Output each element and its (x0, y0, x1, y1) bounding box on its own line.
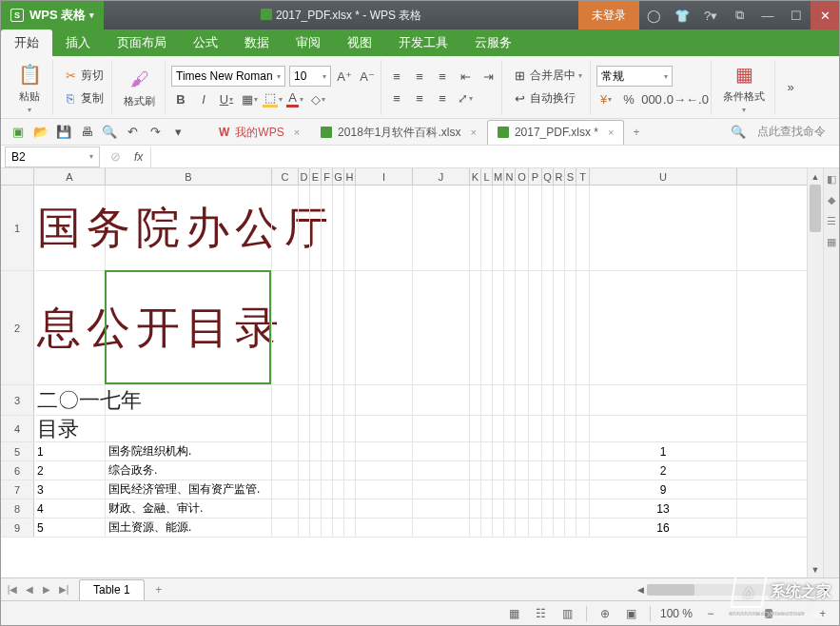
search-icon[interactable]: 🔍 (727, 121, 750, 144)
cell[interactable] (310, 499, 322, 518)
cell[interactable] (576, 499, 590, 518)
qat-more-icon[interactable]: ▾ (166, 121, 189, 144)
cell[interactable] (529, 499, 542, 518)
cell[interactable] (516, 442, 529, 460)
cell[interactable] (299, 480, 310, 499)
cell[interactable] (576, 480, 590, 499)
cell[interactable] (504, 186, 516, 270)
restore-icon[interactable]: ⧉ (725, 1, 753, 29)
cell[interactable]: 息公开目录 (34, 271, 106, 384)
reading-mode-icon[interactable]: ⊕ (596, 605, 614, 622)
row-header[interactable]: 1 (1, 186, 34, 270)
col-header[interactable]: R (554, 168, 565, 185)
cell[interactable]: 国务院组织机构. (106, 442, 272, 460)
cell[interactable] (554, 186, 565, 270)
fx-cancel-icon[interactable]: ⊘ (104, 146, 127, 168)
cell[interactable] (504, 271, 516, 384)
font-size-select[interactable]: 10▾ (289, 66, 331, 87)
cell[interactable]: 2 (590, 461, 737, 479)
view-break-icon[interactable]: ▥ (559, 605, 576, 622)
cell[interactable] (322, 499, 333, 518)
cell[interactable] (493, 186, 504, 270)
increase-decimal-icon[interactable]: .0→ (665, 89, 684, 108)
doc-tab[interactable]: W我的WPS× (208, 120, 310, 145)
cell[interactable] (344, 385, 356, 415)
cell[interactable] (542, 186, 554, 270)
cell[interactable] (516, 518, 529, 537)
align-middle-icon[interactable]: ≡ (410, 67, 429, 86)
cell[interactable] (272, 385, 299, 415)
cell[interactable] (299, 518, 310, 537)
underline-button[interactable]: U▾ (217, 89, 236, 108)
indent-right-icon[interactable]: ⇥ (479, 67, 498, 86)
cell[interactable] (516, 186, 529, 270)
cell[interactable] (310, 385, 322, 415)
cell[interactable] (333, 442, 344, 460)
cell[interactable] (542, 271, 554, 384)
cell[interactable] (272, 461, 299, 479)
cell[interactable] (576, 385, 590, 415)
cell[interactable] (504, 385, 516, 415)
cell[interactable] (470, 499, 481, 518)
row-header[interactable]: 6 (1, 461, 34, 479)
cell[interactable] (272, 518, 299, 537)
cell[interactable] (344, 442, 356, 460)
cell[interactable] (344, 271, 356, 384)
fill-color-button[interactable]: ⬚▾ (263, 89, 282, 108)
merge-button[interactable]: ⊞合并居中▾ (508, 66, 586, 86)
cell[interactable] (504, 499, 516, 518)
cell[interactable] (493, 416, 504, 441)
cell[interactable] (565, 518, 576, 537)
cell[interactable] (516, 271, 529, 384)
cell[interactable]: 4 (34, 499, 106, 518)
cell[interactable] (299, 271, 310, 384)
font-select[interactable]: Times New Roman▾ (171, 66, 285, 87)
col-header[interactable]: C (272, 168, 299, 185)
cell[interactable] (413, 416, 470, 441)
col-header[interactable]: J (413, 168, 470, 185)
undo-icon[interactable]: ↶ (121, 121, 144, 144)
cell[interactable] (272, 480, 299, 499)
cell[interactable] (504, 416, 516, 441)
skin-icon[interactable]: ◯ (639, 1, 668, 29)
border-button[interactable]: ▦▾ (240, 89, 259, 108)
add-sheet-button[interactable]: + (150, 583, 167, 597)
cell[interactable] (356, 518, 413, 537)
cell[interactable] (356, 271, 413, 384)
new-icon[interactable]: ▣ (7, 121, 29, 144)
grid[interactable]: ABCDEFGHIJKLMNOPQRSTU 1国务院办公厅2息公开目录3二〇一七… (1, 168, 807, 577)
cell[interactable] (529, 518, 542, 537)
cell[interactable] (493, 385, 504, 415)
sidebar-tool-2-icon[interactable]: ◆ (825, 193, 838, 206)
cut-button[interactable]: ✂剪切 (59, 66, 107, 86)
cell[interactable] (504, 442, 516, 460)
cell[interactable] (481, 461, 493, 479)
cell[interactable] (106, 186, 272, 270)
sidebar-tool-4-icon[interactable]: ▦ (825, 235, 838, 248)
cell[interactable] (333, 499, 344, 518)
cell[interactable] (481, 499, 493, 518)
doc-tab[interactable]: 2018年1月软件百科.xlsx× (310, 120, 487, 145)
copy-button[interactable]: ⎘复制 (59, 88, 107, 108)
col-header[interactable]: K (470, 168, 481, 185)
col-header[interactable]: N (504, 168, 516, 185)
cell[interactable] (322, 416, 333, 441)
cell[interactable] (470, 271, 481, 384)
row-header[interactable]: 3 (1, 385, 34, 415)
cell[interactable] (576, 442, 590, 460)
cell[interactable] (344, 499, 356, 518)
cell[interactable]: 13 (590, 499, 737, 518)
cell[interactable] (413, 499, 470, 518)
cell[interactable] (542, 442, 554, 460)
row-header[interactable]: 4 (1, 416, 34, 441)
cell[interactable] (516, 416, 529, 441)
cell[interactable] (333, 416, 344, 441)
cell[interactable] (299, 442, 310, 460)
cell[interactable] (529, 416, 542, 441)
add-doc-tab[interactable]: + (624, 120, 648, 145)
cell[interactable] (413, 271, 470, 384)
close-icon[interactable]: ✕ (811, 1, 839, 29)
cell[interactable] (542, 416, 554, 441)
col-header[interactable]: P (529, 168, 542, 185)
cell[interactable] (356, 416, 413, 441)
